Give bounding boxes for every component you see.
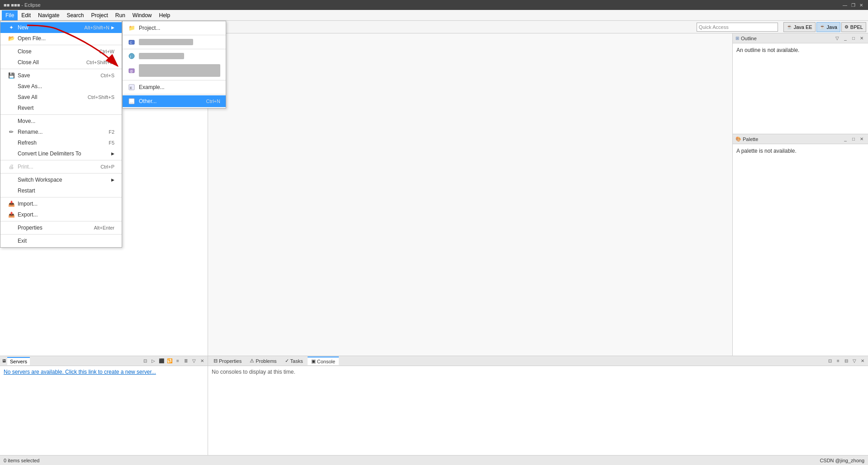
palette-panel-header: 🎨 Palette _ □ ✕: [733, 134, 868, 144]
perspective-bpel[interactable]: ⚙ BPEL: [841, 22, 866, 32]
new-submenu-example[interactable]: E Example...: [123, 81, 226, 93]
servers-action-1[interactable]: ⊡: [142, 357, 149, 365]
new-submenu-other-shortcut: Ctrl+N: [206, 99, 220, 104]
new-submenu-blurred3-label: ■ ■■■■■■■■■■■■■■■■■■■■■■■■■■■■: [139, 64, 220, 77]
file-menu-switch-workspace[interactable]: Switch Workspace ▶: [0, 174, 122, 185]
palette-panel-actions: _ □ ✕: [842, 136, 865, 143]
tab-problems[interactable]: ⚠ Problems: [246, 357, 280, 365]
console-icon: ▣: [311, 358, 316, 364]
outline-minimize-btn[interactable]: _: [842, 35, 849, 42]
file-menu-restart-label: Restart: [18, 188, 35, 194]
center-panel: [208, 33, 732, 356]
svg-text:…: …: [130, 100, 133, 104]
outline-panel-title-area: ⊞ Outline: [735, 36, 757, 41]
create-server-link[interactable]: No servers are available. Click this lin…: [4, 369, 156, 375]
new-submenu-other-label: Other...: [139, 98, 157, 104]
file-menu-div5: [0, 173, 122, 174]
file-menu-refresh-shortcut: F5: [109, 140, 114, 146]
file-menu-import[interactable]: 📥 Import...: [0, 198, 122, 209]
outline-maximize-btn[interactable]: □: [850, 35, 857, 42]
menu-edit[interactable]: Edit: [18, 10, 34, 20]
tab-console[interactable]: ▣ Console: [308, 357, 339, 365]
annotation-icon: @: [128, 67, 135, 74]
servers-action-6[interactable]: ≣: [182, 357, 190, 365]
console-action-1[interactable]: ⊡: [826, 357, 834, 365]
servers-action-2[interactable]: ▷: [150, 357, 157, 365]
tab-tasks[interactable]: ✓ Tasks: [281, 357, 307, 365]
tasks-icon: ✓: [285, 358, 289, 364]
file-menu-div3: [0, 114, 122, 115]
new-submenu-blurred1[interactable]: C ■■■■ ■■■■■■■■ ■■: [123, 36, 226, 48]
console-action-4[interactable]: ▽: [851, 357, 858, 365]
close-button[interactable]: ✕: [858, 2, 864, 8]
file-menu-div2: [0, 69, 122, 69]
outline-close-btn[interactable]: ✕: [858, 35, 865, 42]
file-menu-refresh[interactable]: Refresh F5: [0, 137, 122, 148]
console-action-5[interactable]: ✕: [859, 357, 866, 365]
new-submenu-blurred2[interactable]: I ■■■■■■■■■■: [123, 50, 226, 62]
title-bar-text: ■■ ■■■ - Eclipse: [4, 2, 41, 8]
file-menu-move[interactable]: Move...: [0, 116, 122, 127]
rename-icon: ✏: [8, 128, 15, 136]
file-menu-rename[interactable]: ✏ Rename... F2: [0, 127, 122, 137]
file-menu-close[interactable]: Close Ctrl+W: [0, 46, 122, 57]
print-icon: 🖨: [8, 163, 15, 170]
menu-run[interactable]: Run: [112, 10, 129, 20]
servers-action-8[interactable]: ✕: [199, 357, 206, 365]
file-menu-export[interactable]: 📤 Export...: [0, 209, 122, 220]
console-action-3[interactable]: ⊟: [843, 357, 850, 365]
file-menu-save-all[interactable]: Save All Ctrl+Shift+S: [0, 92, 122, 103]
file-menu-save[interactable]: 💾 Save Ctrl+S: [0, 70, 122, 81]
palette-close-btn[interactable]: ✕: [858, 136, 865, 143]
file-menu-switch-workspace-label: Switch Workspace: [18, 177, 62, 183]
status-bar: 0 items selected CSDN @jing_zhong: [0, 455, 868, 465]
outline-collapse-btn[interactable]: ▽: [834, 35, 841, 42]
menu-help[interactable]: Help: [156, 10, 174, 20]
convert-line-icon: [8, 150, 15, 157]
menu-search[interactable]: Search: [63, 10, 87, 20]
palette-maximize-btn[interactable]: □: [850, 136, 857, 143]
servers-action-7[interactable]: ▽: [190, 357, 198, 365]
file-menu-properties[interactable]: Properties Alt+Enter: [0, 222, 122, 233]
file-menu-open-file[interactable]: 📂 Open File...: [0, 33, 122, 44]
new-submenu-project[interactable]: 📁 Project...: [123, 22, 226, 34]
minimize-button[interactable]: —: [842, 2, 848, 8]
file-menu-div8: [0, 234, 122, 235]
perspective-java[interactable]: ☕ Java: [816, 22, 840, 32]
menu-file[interactable]: File: [2, 10, 18, 20]
file-menu-restart[interactable]: Restart: [0, 185, 122, 196]
restore-button[interactable]: ❐: [850, 2, 856, 8]
menu-navigate[interactable]: Navigate: [34, 10, 63, 20]
file-menu-close-all[interactable]: Close All Ctrl+Shift+W: [0, 57, 122, 68]
convert-line-arrow: ▶: [111, 151, 114, 156]
file-menu-revert[interactable]: Revert: [0, 103, 122, 113]
file-menu-rename-label: Rename...: [18, 129, 43, 135]
outline-panel-actions: ▽ _ □ ✕: [834, 35, 865, 42]
servers-tab[interactable]: Servers: [7, 357, 30, 365]
menu-project[interactable]: Project: [87, 10, 111, 20]
file-menu-convert-line[interactable]: Convert Line Delimiters To ▶: [0, 148, 122, 159]
quick-access-input[interactable]: [699, 24, 776, 30]
new-submenu-div2: [123, 49, 226, 49]
file-menu-save-as[interactable]: Save As...: [0, 81, 122, 92]
file-menu-print[interactable]: 🖨 Print... Ctrl+P: [0, 161, 122, 172]
bpel-label: BPEL: [850, 24, 863, 30]
file-menu-div7: [0, 221, 122, 221]
servers-action-4[interactable]: 🔁: [166, 357, 173, 365]
menu-window[interactable]: Window: [129, 10, 156, 20]
servers-action-3[interactable]: ⬛: [158, 357, 165, 365]
file-menu-save-all-shortcut: Ctrl+Shift+S: [88, 94, 114, 100]
new-submenu-other[interactable]: … Other... Ctrl+N: [123, 95, 226, 107]
save-icon: 💾: [8, 72, 15, 79]
file-menu-exit[interactable]: Exit: [0, 235, 122, 246]
perspective-java-ee[interactable]: ☕ Java EE: [783, 22, 816, 32]
file-menu-new[interactable]: ✦ New Alt+Shift+N ▶: [0, 22, 122, 33]
file-menu-export-label: Export...: [18, 211, 38, 218]
tab-properties[interactable]: ⊟ Properties: [210, 357, 245, 365]
palette-minimize-btn[interactable]: _: [842, 136, 849, 143]
new-submenu-blurred3[interactable]: @ ■ ■■■■■■■■■■■■■■■■■■■■■■■■■■■■: [123, 62, 226, 79]
servers-action-5[interactable]: ≡: [174, 357, 181, 365]
status-text: 0 items selected: [4, 458, 39, 463]
open-file-icon: 📂: [8, 35, 15, 42]
console-action-2[interactable]: ≡: [835, 357, 842, 365]
